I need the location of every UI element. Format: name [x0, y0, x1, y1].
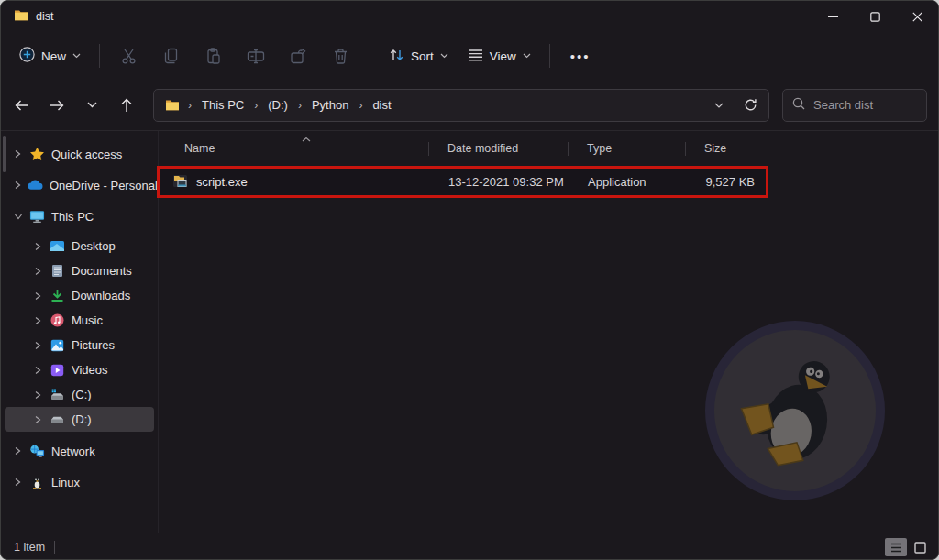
column-header-type[interactable]: Type	[569, 135, 686, 162]
sidebar-item-label: Music	[72, 313, 103, 327]
file-type: Application	[569, 175, 687, 189]
sidebar-item-network[interactable]: Network	[5, 437, 154, 465]
refresh-button[interactable]	[737, 93, 763, 118]
sidebar-item-drive-d[interactable]: (D:)	[5, 407, 154, 432]
chevron-right-icon[interactable]	[34, 390, 43, 400]
chevron-right-icon[interactable]	[14, 446, 23, 456]
sidebar-item-desktop[interactable]: Desktop	[5, 234, 154, 258]
rename-button[interactable]	[236, 39, 276, 72]
toolbar-separator	[370, 44, 370, 68]
file-size: 9,527 KB	[687, 175, 768, 189]
view-button[interactable]: View	[459, 42, 540, 71]
sidebar-item-label: Quick access	[51, 148, 122, 161]
column-header-name[interactable]: Name	[166, 135, 429, 162]
file-name: script.exe	[196, 175, 248, 189]
view-list-icon	[469, 49, 483, 64]
recent-locations-button[interactable]	[76, 90, 107, 121]
sidebar-item-drive-c[interactable]: (C:)	[5, 382, 154, 407]
downloads-icon	[50, 289, 65, 302]
command-bar: New Sort	[1, 32, 938, 80]
column-header-size[interactable]: Size	[686, 135, 767, 162]
chevron-right-icon[interactable]	[34, 316, 43, 325]
breadcrumb-drive-d[interactable]: (D:)	[262, 95, 293, 115]
file-date-modified: 13-12-2021 09:32 PM	[430, 175, 569, 189]
search-box[interactable]	[782, 89, 927, 122]
chevron-down-icon[interactable]	[14, 213, 23, 220]
sidebar-item-pictures[interactable]: Pictures	[5, 333, 154, 357]
cut-button[interactable]	[109, 39, 149, 72]
chevron-right-icon[interactable]	[34, 291, 43, 301]
chevron-right-icon[interactable]	[14, 181, 21, 190]
pictures-icon	[50, 339, 65, 352]
chevron-right-icon[interactable]	[14, 478, 23, 487]
share-button[interactable]	[278, 39, 318, 72]
chevron-right-icon[interactable]	[34, 341, 43, 350]
sidebar-item-label: (D:)	[72, 412, 92, 426]
chevron-right-icon[interactable]	[34, 267, 43, 276]
column-header-date-modified[interactable]: Date modified	[429, 135, 569, 162]
sidebar-item-videos[interactable]: Videos	[5, 357, 154, 382]
chevron-right-icon[interactable]	[34, 366, 43, 375]
annotation-highlight-red: script.exe 13-12-2021 09:32 PM Applicati…	[157, 166, 768, 198]
file-explorer-window: dist New	[0, 0, 939, 560]
sidebar-item-music[interactable]: Music	[5, 308, 154, 333]
delete-button[interactable]	[320, 39, 360, 72]
star-icon	[29, 147, 45, 161]
file-row-script-exe[interactable]: script.exe 13-12-2021 09:32 PM Applicati…	[160, 169, 766, 195]
search-input[interactable]	[813, 98, 914, 112]
drive-windows-icon	[50, 388, 65, 401]
title-bar: dist	[1, 1, 938, 32]
toolbar-separator	[99, 44, 100, 68]
sidebar-item-label: Desktop	[72, 239, 116, 253]
close-button[interactable]	[896, 1, 938, 32]
sidebar-item-onedrive[interactable]: OneDrive - Personal	[5, 171, 154, 199]
copy-button[interactable]	[151, 39, 192, 72]
drive-icon	[50, 413, 65, 425]
chevron-right-icon[interactable]	[34, 242, 43, 251]
music-icon	[50, 313, 65, 327]
sidebar-item-documents[interactable]: Documents	[5, 258, 154, 283]
videos-icon	[50, 364, 65, 377]
window-tab[interactable]: dist	[1, 9, 53, 24]
folder-icon	[14, 9, 28, 24]
sidebar-item-label: Pictures	[72, 338, 115, 352]
up-button[interactable]	[111, 90, 142, 121]
breadcrumb-python[interactable]: Python	[306, 95, 354, 115]
sidebar-item-downloads[interactable]: Downloads	[5, 283, 154, 308]
chevron-right-icon[interactable]	[14, 149, 23, 159]
linux-tux-watermark	[699, 314, 891, 507]
breadcrumb: › This PC › (D:) › Python › dist	[165, 95, 706, 115]
sidebar-item-this-pc[interactable]: This PC	[5, 203, 154, 230]
sidebar-item-quick-access[interactable]: Quick access	[5, 140, 154, 168]
column-divider[interactable]	[768, 142, 768, 156]
maximize-button[interactable]	[854, 1, 896, 32]
linux-tux-icon	[29, 476, 45, 489]
network-icon	[29, 445, 45, 458]
forward-button[interactable]	[41, 90, 72, 121]
chevron-right-icon[interactable]	[34, 415, 43, 424]
sidebar-scrollbar[interactable]	[3, 136, 6, 172]
sidebar-item-label: Linux	[51, 476, 80, 489]
sort-button-label: Sort	[411, 49, 434, 63]
status-divider	[54, 541, 55, 554]
details-view-button[interactable]	[885, 538, 907, 556]
new-button[interactable]: New	[10, 40, 90, 71]
status-bar: 1 item	[1, 533, 938, 560]
address-bar[interactable]: › This PC › (D:) › Python › dist	[153, 89, 769, 122]
sort-button[interactable]: Sort	[380, 41, 458, 71]
breadcrumb-chevron: ›	[297, 99, 303, 112]
window-title: dist	[36, 10, 53, 23]
paste-button[interactable]	[193, 39, 234, 72]
address-row: › This PC › (D:) › Python › dist	[1, 80, 938, 131]
breadcrumb-dist[interactable]: dist	[367, 95, 396, 115]
breadcrumb-this-pc[interactable]: This PC	[196, 95, 249, 115]
see-more-button[interactable]: •••	[559, 49, 602, 64]
item-count: 1 item	[14, 541, 45, 554]
large-icons-view-button[interactable]	[909, 538, 931, 556]
back-button[interactable]	[6, 90, 38, 121]
window-controls	[812, 1, 938, 32]
address-dropdown-button[interactable]	[706, 93, 732, 118]
desktop-icon	[50, 240, 65, 253]
minimize-button[interactable]	[812, 1, 854, 32]
sidebar-item-linux[interactable]: Linux	[5, 468, 154, 496]
